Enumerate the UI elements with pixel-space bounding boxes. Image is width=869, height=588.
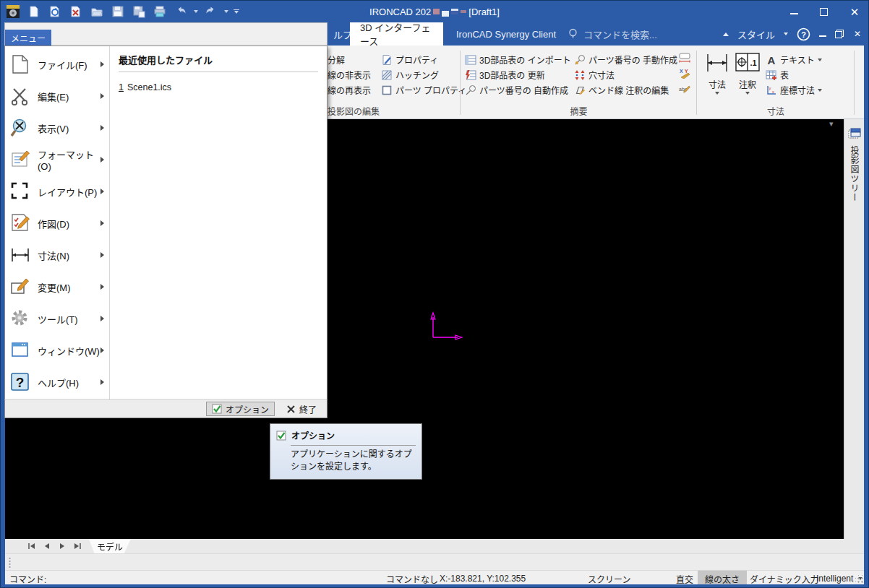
ribbon-item[interactable]: プロパティ — [381, 52, 438, 67]
redo-dropdown-arrow[interactable] — [224, 10, 228, 13]
ribbon-item[interactable]: パーツ プロパティ — [381, 82, 466, 98]
svg-text:A: A — [768, 54, 776, 66]
first-sheet-button[interactable] — [27, 542, 36, 550]
canvas-corner-arrow[interactable]: ▾ — [829, 119, 834, 129]
open-scene-icon[interactable] — [47, 4, 63, 20]
save-as-icon[interactable] — [131, 4, 147, 20]
resize-grip[interactable] — [855, 575, 864, 584]
edit-coordinate-button[interactable]: XY — [677, 66, 692, 79]
menu-item-format[interactable]: フォーマット(O) — [5, 144, 109, 176]
table-button[interactable]: 表 — [766, 67, 789, 82]
options-button[interactable]: オプション — [206, 402, 275, 416]
ribbon-item[interactable]: 3D部品表の 更新 — [465, 67, 545, 82]
mdi-close-button[interactable]: ✕ — [852, 29, 862, 39]
coordinate-dimension-button[interactable]: yx 座標寸法 — [766, 82, 822, 98]
ribbon-item[interactable]: ベンド線 注釈の編集 — [574, 82, 669, 98]
menu-item-edit[interactable]: 編集(E) — [5, 80, 109, 112]
menu-body: ファイル(F) 編集(E) 表示(V) フォーマット(O) レイアウト(P) — [4, 46, 328, 399]
text-button[interactable]: A テキスト — [766, 52, 822, 67]
recent-files-header: 最近使用したファイル — [119, 53, 318, 72]
print-icon[interactable] — [152, 4, 168, 20]
open-folder-icon[interactable] — [89, 4, 105, 20]
menu-item-draw[interactable]: 作図(D) — [5, 207, 109, 239]
customize-toolbar-icon[interactable] — [234, 9, 239, 14]
mdi-restore-button[interactable] — [835, 30, 844, 38]
drag-grip[interactable] — [9, 557, 11, 568]
tab-3d-interface[interactable]: 3D インターフェース — [350, 22, 443, 46]
close-document-icon[interactable] — [68, 4, 84, 20]
status-bar: コマンド: コマンドなし X:-183.821, Y:102.355 スクリーン… — [5, 570, 865, 586]
menu-item-help[interactable]: ? ヘルプ(H) — [5, 366, 109, 398]
main-menu-popup: メニュー ファイル(F) 編集(E) 表示(V) フォーマット(O) — [4, 22, 328, 418]
ribbon-item[interactable]: 分解 — [328, 52, 345, 67]
file-icon — [9, 53, 31, 75]
menu-item-layout[interactable]: レイアウト(P) — [5, 176, 109, 207]
mdi-minimize-button[interactable] — [819, 32, 826, 37]
ribbon-item[interactable]: パーツ番号の 自動作成 — [465, 82, 568, 98]
recent-file-item[interactable]: 1Scene1.ics — [119, 82, 318, 92]
projection-tree-tab[interactable] — [848, 128, 861, 142]
menu-item-window[interactable]: ウィンドウ(W) — [5, 334, 109, 366]
projection-tree-label[interactable]: 投影図ツリー — [848, 146, 860, 202]
exit-button[interactable]: 終了 — [283, 402, 320, 416]
new-document-icon[interactable] — [26, 4, 42, 20]
style-dropdown-arrow[interactable] — [784, 33, 788, 35]
bom-import-icon — [465, 54, 476, 66]
svg-text:?: ? — [801, 30, 806, 38]
titlebar: IRONCAD 202 [Draft1] — [1, 1, 868, 22]
close-button[interactable]: ✕ — [849, 7, 860, 17]
help-icon[interactable]: ? — [797, 27, 810, 41]
sheet-tab-model[interactable]: モデル — [89, 539, 131, 553]
window-border — [1, 584, 868, 587]
format-icon — [9, 149, 31, 170]
command-search[interactable]: コマンドを検索... — [568, 22, 657, 46]
ribbon-item[interactable]: ハッチング — [381, 67, 439, 82]
options-check-icon — [212, 404, 222, 414]
title-render-artifact — [442, 11, 449, 17]
tooltip-title: オプション — [291, 429, 335, 441]
annotation-big-button[interactable]: .1 注釈 — [733, 50, 762, 111]
menu-item-view[interactable]: 表示(V) — [5, 112, 109, 144]
command-strip[interactable] — [5, 553, 865, 570]
maximize-button[interactable] — [820, 8, 828, 16]
next-sheet-button[interactable] — [57, 542, 67, 550]
ironcad-logo[interactable] — [5, 4, 21, 20]
menu-item-modify[interactable]: 変更(M) — [5, 271, 109, 303]
ribbon-item[interactable]: 線の再表示 — [328, 82, 371, 98]
ribbon-item[interactable]: 3D部品表の インポート — [465, 52, 571, 67]
menu-item-file[interactable]: ファイル(F) — [5, 48, 109, 80]
dimension-frame-button[interactable] — [677, 51, 692, 64]
ribbon-item[interactable]: 穴寸法 — [574, 67, 615, 82]
menu-header: メニュー — [4, 22, 328, 46]
style-button[interactable]: スタイル — [737, 27, 775, 41]
ironcad-window: IRONCAD 202 [Draft1] — [0, 0, 869, 588]
dimension-icon — [705, 50, 729, 76]
collapse-ribbon-icon[interactable] — [723, 33, 729, 36]
balloon-manual-icon — [574, 54, 586, 66]
last-sheet-button[interactable] — [72, 542, 82, 550]
svg-text:y: y — [769, 86, 771, 90]
menu-button[interactable]: メニュー — [5, 30, 51, 46]
ribbon-group-label: 摘要 — [461, 105, 697, 117]
edit-text-button[interactable]: abc — [677, 82, 692, 95]
modify-icon — [9, 276, 31, 298]
redo-icon[interactable] — [203, 4, 219, 20]
menu-item-tools[interactable]: ツール(T) — [5, 303, 109, 334]
ribbon-group-summary: 3D部品表の インポート 3D部品表の 更新 パーツ番号の 自動作成 パーツ番号… — [461, 46, 697, 118]
save-icon[interactable] — [110, 4, 126, 20]
undo-icon[interactable] — [173, 4, 189, 20]
undo-dropdown-arrow[interactable] — [194, 10, 198, 13]
options-tooltip: オプション アプリケーションに関するオプションを設定します。 — [270, 423, 422, 480]
previous-sheet-button[interactable] — [42, 542, 51, 550]
dimension-icon — [9, 244, 31, 266]
svg-text:Y: Y — [685, 69, 688, 74]
menu-item-dimension[interactable]: 寸法(N) — [5, 239, 109, 271]
minimize-button[interactable] — [790, 9, 798, 14]
hatch-icon — [381, 69, 393, 81]
ribbon-item[interactable]: パーツ番号の 手動作成 — [574, 52, 677, 67]
dimension-big-button[interactable]: 寸法 — [703, 50, 732, 111]
origin-axis-marker — [429, 311, 466, 342]
bom-update-icon — [465, 69, 476, 81]
ribbon-item[interactable]: 線の非表示 — [328, 67, 371, 82]
tab-synergy-client[interactable]: IronCAD Synergy Client — [446, 22, 566, 46]
